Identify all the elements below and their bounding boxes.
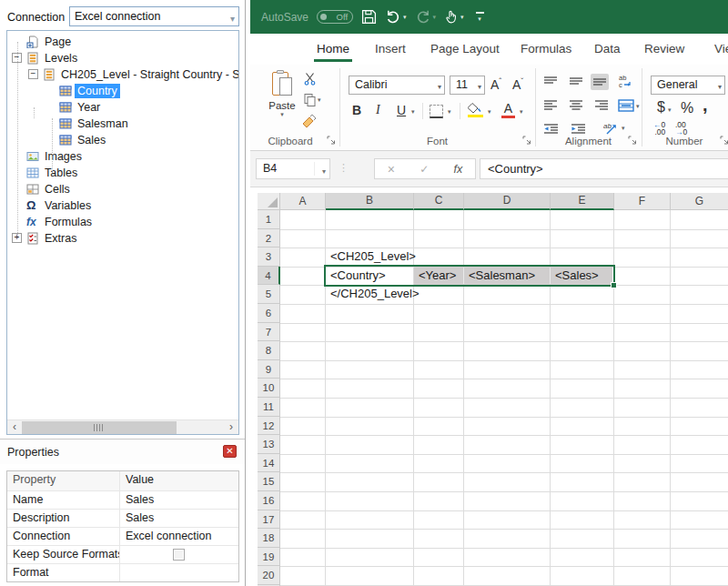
- row-header-9[interactable]: 9: [258, 360, 280, 379]
- row-header-4[interactable]: 4: [258, 267, 280, 286]
- tree-item-salesman[interactable]: Salesman: [7, 116, 238, 132]
- property-value[interactable]: Sales: [120, 510, 238, 527]
- tab-review[interactable]: Review: [644, 42, 684, 56]
- align-bottom-button[interactable]: [591, 74, 609, 90]
- increase-decimal-button[interactable]: ←0.00: [653, 121, 665, 136]
- percent-button[interactable]: %: [681, 100, 693, 116]
- tab-home[interactable]: Home: [317, 42, 349, 56]
- close-icon[interactable]: ✕: [223, 445, 237, 458]
- column-header-B[interactable]: B: [326, 193, 414, 210]
- align-right-button[interactable]: [592, 97, 611, 114]
- row-header-6[interactable]: 6: [258, 304, 280, 323]
- paste-dropdown-caret[interactable]: ▾: [263, 111, 301, 118]
- align-middle-button[interactable]: [567, 74, 585, 90]
- format-painter-button[interactable]: [301, 114, 318, 130]
- row-header-5[interactable]: 5: [258, 285, 280, 304]
- bold-button[interactable]: B: [352, 103, 361, 117]
- cell-B3[interactable]: <CH205_Level>: [326, 248, 416, 267]
- autosave-toggle[interactable]: Off: [317, 10, 353, 24]
- formula-input[interactable]: <Country>: [480, 158, 728, 179]
- currency-caret[interactable]: ▾: [668, 106, 672, 114]
- alignment-dialog-launcher[interactable]: [628, 136, 637, 145]
- row-header-12[interactable]: 12: [258, 417, 280, 436]
- row-header-19[interactable]: 19: [258, 548, 280, 567]
- row-header-13[interactable]: 13: [258, 435, 280, 454]
- column-header-D[interactable]: D: [464, 193, 551, 210]
- insert-function-button[interactable]: fx: [454, 163, 463, 176]
- shrink-font-button[interactable]: Aˇ: [512, 76, 523, 92]
- align-left-button[interactable]: [541, 97, 560, 114]
- row-header-18[interactable]: 18: [258, 529, 280, 548]
- tab-page-layout[interactable]: Page Layout: [430, 42, 500, 56]
- borders-dropdown-caret[interactable]: ▾: [448, 108, 451, 116]
- fill-color-button[interactable]: [468, 102, 483, 117]
- paste-button[interactable]: Paste ▾: [263, 70, 301, 118]
- designer-tree[interactable]: Page−Levels−CH205_Level - Straight Count…: [6, 30, 239, 435]
- worksheet-grid[interactable]: ABCDEFG123456789101112131415161718192021…: [250, 187, 728, 586]
- tab-insert[interactable]: Insert: [375, 42, 406, 56]
- row-header-7[interactable]: 7: [258, 323, 280, 342]
- number-dialog-launcher[interactable]: [720, 136, 728, 145]
- property-value[interactable]: [120, 564, 238, 581]
- select-all-corner[interactable]: [258, 193, 280, 210]
- orientation-button-caret[interactable]: ▾: [622, 125, 625, 132]
- redo-button[interactable]: ▾: [415, 9, 437, 25]
- clipboard-dialog-launcher[interactable]: [327, 136, 336, 145]
- row-header-11[interactable]: 11: [258, 398, 280, 417]
- row-header-10[interactable]: 10: [258, 379, 280, 398]
- decrease-decimal-button[interactable]: .00→0: [675, 121, 687, 136]
- collapse-icon[interactable]: −: [28, 69, 38, 79]
- column-header-C[interactable]: C: [414, 193, 464, 210]
- scrollbar-thumb[interactable]: [22, 421, 177, 434]
- row-header-16[interactable]: 16: [258, 491, 280, 510]
- property-value[interactable]: Excel connection: [120, 528, 238, 545]
- column-header-F[interactable]: F: [614, 193, 671, 210]
- touch-mode-caret[interactable]: ▾: [460, 14, 464, 21]
- tree-item-variables[interactable]: ΩVariables: [7, 197, 238, 214]
- copy-button[interactable]: ▾: [303, 93, 321, 107]
- row-header-3[interactable]: 3: [258, 248, 280, 267]
- orientation-button[interactable]: ab: [602, 119, 622, 137]
- decrease-indent-button[interactable]: [541, 121, 561, 137]
- cut-button[interactable]: [303, 72, 318, 86]
- underline-button[interactable]: U: [397, 103, 406, 117]
- fill-handle[interactable]: [611, 282, 617, 288]
- tree-item-year[interactable]: Year: [7, 99, 238, 116]
- font-color-caret[interactable]: ▾: [520, 108, 523, 116]
- wrap-text-button[interactable]: abc: [616, 72, 635, 90]
- font-name-combo[interactable]: Calibri ▾: [349, 76, 445, 95]
- enter-button[interactable]: ✓: [420, 163, 429, 176]
- tree-item-page[interactable]: Page: [7, 34, 238, 50]
- row-header-20[interactable]: 20: [258, 566, 280, 585]
- redo-dropdown-caret[interactable]: ▾: [433, 14, 437, 21]
- font-size-combo[interactable]: 11 ▾: [450, 76, 485, 95]
- grow-font-button[interactable]: Aˆ: [490, 76, 501, 92]
- cell-B5[interactable]: </CH205_Level>: [326, 285, 420, 304]
- borders-button[interactable]: [430, 105, 443, 118]
- italic-button[interactable]: I: [376, 103, 380, 117]
- number-format-combo[interactable]: General ▾: [651, 76, 725, 95]
- scroll-right-arrow[interactable]: ›: [224, 420, 238, 435]
- undo-button[interactable]: ▾: [385, 9, 407, 25]
- row-header-8[interactable]: 8: [258, 341, 280, 360]
- currency-button[interactable]: $: [657, 99, 665, 116]
- tree-item-images[interactable]: Images: [7, 148, 238, 165]
- column-header-E[interactable]: E: [551, 193, 614, 210]
- tab-formulas[interactable]: Formulas: [521, 42, 571, 56]
- row-header-1[interactable]: 1: [258, 210, 280, 229]
- tree-item-cells[interactable]: Cells: [7, 181, 238, 197]
- tab-data[interactable]: Data: [594, 42, 621, 56]
- comma-button[interactable]: ,: [703, 95, 708, 116]
- increase-indent-button[interactable]: [569, 121, 588, 137]
- font-color-button[interactable]: A: [501, 101, 515, 118]
- touch-mode-button[interactable]: ▾: [444, 9, 464, 25]
- tree-item-country[interactable]: Country: [7, 83, 238, 99]
- tab-view[interactable]: View: [714, 42, 728, 56]
- copy-dropdown-caret[interactable]: ▾: [318, 96, 321, 104]
- row-header-2[interactable]: 2: [258, 229, 280, 248]
- merge-center-button[interactable]: [616, 97, 636, 114]
- fill-color-caret[interactable]: ▾: [488, 108, 491, 116]
- connection-dropdown[interactable]: Excel connection ▾: [69, 6, 239, 26]
- column-header-A[interactable]: A: [280, 193, 326, 210]
- row-header-17[interactable]: 17: [258, 510, 280, 530]
